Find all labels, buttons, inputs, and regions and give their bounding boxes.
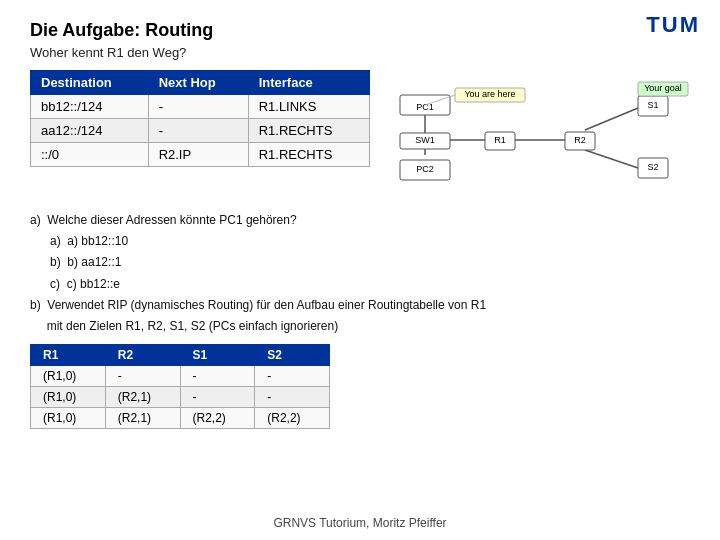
table-row: ::/0R2.IPR1.RECHTS [31,143,370,167]
svg-text:PC1: PC1 [416,102,434,112]
svg-text:S1: S1 [647,100,658,110]
table-cell: (R2,1) [105,387,180,408]
table-cell: bb12::/124 [31,95,149,119]
question-a-intro: a) Welche dieser Adressen könnte PC1 geh… [30,211,690,230]
footer-text: GRNVS Tutorium, Moritz Pfeiffer [273,516,446,530]
table-cell: ::/0 [31,143,149,167]
table-cell: R2.IP [148,143,248,167]
question-a-item1: a) a) bb12::10 [30,232,690,251]
table-cell: (R1,0) [31,387,106,408]
svg-text:You are here: You are here [464,89,515,99]
table-row: (R1,0)(R2,1)(R2,2)(R2,2) [31,408,330,429]
table-cell: - [255,366,330,387]
svg-line-4 [585,108,638,130]
svg-text:PC2: PC2 [416,164,434,174]
rip-table: R1 R2 S1 S2 (R1,0)---(R1,0)(R2,1)--(R1,0… [30,344,330,429]
col-nexthop: Next Hop [148,71,248,95]
svg-line-5 [585,150,638,168]
col-interface: Interface [248,71,369,95]
svg-text:S2: S2 [647,162,658,172]
table-cell: (R2,2) [180,408,255,429]
table-cell: R1.RECHTS [248,143,369,167]
table-cell: R1.RECHTS [248,119,369,143]
table-cell: (R2,2) [255,408,330,429]
subtitle: Woher kennt R1 den Weg? [30,45,690,60]
table-cell: - [180,366,255,387]
table-cell: - [105,366,180,387]
main-content: Die Aufgabe: Routing Woher kennt R1 den … [0,0,720,449]
tum-logo: TUM [646,12,700,38]
svg-text:Your goal: Your goal [644,83,682,93]
svg-text:R2: R2 [574,135,586,145]
table-cell: aa12::/124 [31,119,149,143]
network-svg: PC1 You are here SW1 PC2 R1 R2 [390,70,690,200]
question-b-text2: mit den Zielen R1, R2, S1, S2 (PCs einfa… [30,317,690,336]
svg-text:R1: R1 [494,135,506,145]
question-a-item3: c) c) bb12::e [30,275,690,294]
question-a-item2: b) b) aa12::1 [30,253,690,272]
table-row: (R1,0)--- [31,366,330,387]
rip-col-r1: R1 [31,345,106,366]
table-cell: - [180,387,255,408]
rip-section: R1 R2 S1 S2 (R1,0)---(R1,0)(R2,1)--(R1,0… [30,344,690,429]
table-cell: (R1,0) [31,408,106,429]
routing-table: Destination Next Hop Interface bb12::/12… [30,70,370,167]
table-row: bb12::/124-R1.LINKS [31,95,370,119]
footer: GRNVS Tutorium, Moritz Pfeiffer [0,516,720,530]
col-destination: Destination [31,71,149,95]
rip-col-s1: S1 [180,345,255,366]
table-cell: R1.LINKS [248,95,369,119]
table-cell: (R2,1) [105,408,180,429]
rip-col-r2: R2 [105,345,180,366]
network-diagram: PC1 You are here SW1 PC2 R1 R2 [390,70,690,203]
table-row: (R1,0)(R2,1)-- [31,387,330,408]
table-cell: - [148,119,248,143]
svg-text:SW1: SW1 [415,135,435,145]
questions-section: a) Welche dieser Adressen könnte PC1 geh… [30,211,690,336]
table-cell: (R1,0) [31,366,106,387]
question-b-text: b) Verwendet RIP (dynamisches Routing) f… [30,296,690,315]
table-cell: - [148,95,248,119]
table-row: aa12::/124-R1.RECHTS [31,119,370,143]
rip-col-s2: S2 [255,345,330,366]
table-cell: - [255,387,330,408]
page-title: Die Aufgabe: Routing [30,20,690,41]
